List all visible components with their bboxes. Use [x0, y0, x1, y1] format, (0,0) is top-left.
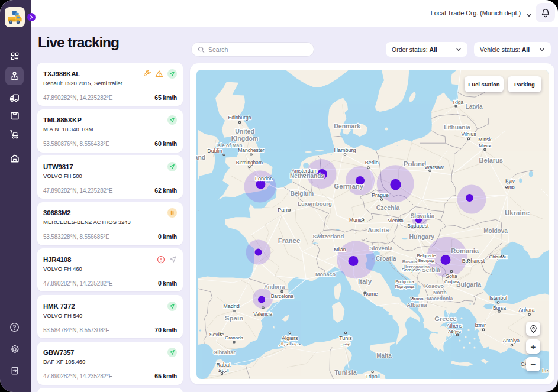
svg-text:Мінск: Мінск — [479, 143, 491, 148]
svg-text:Moldova: Moldova — [483, 228, 508, 234]
svg-text:Berlin: Berlin — [365, 160, 378, 166]
svg-text:Αθήνα: Αθήνα — [448, 329, 461, 334]
svg-text:Hungary: Hungary — [409, 233, 434, 240]
svg-text:Istanbul: Istanbul — [489, 295, 507, 301]
svg-text:United: United — [235, 128, 254, 135]
svg-text:Czechia: Czechia — [376, 204, 399, 211]
svg-text:Milan: Milan — [334, 247, 346, 252]
svg-text:Paris: Paris — [278, 207, 290, 213]
svg-text:North: North — [433, 290, 447, 296]
svg-text:Bulgaria: Bulgaria — [456, 281, 480, 288]
svg-text:Manchester: Manchester — [238, 147, 265, 153]
svg-text:Macedonia: Macedonia — [427, 296, 453, 302]
svg-text:مدينة الجزائر: مدينة الجزائر — [278, 342, 301, 346]
svg-text:France: France — [278, 237, 300, 244]
svg-text:London: London — [254, 176, 272, 182]
svg-text:Birmingham: Birmingham — [236, 160, 262, 166]
svg-text:Athens: Athens — [446, 323, 462, 329]
svg-text:Algiers: Algiers — [282, 335, 298, 341]
svg-text:Slovakia: Slovakia — [410, 213, 434, 219]
svg-text:Prague: Prague — [372, 192, 389, 198]
svg-text:Valencia: Valencia — [253, 311, 272, 317]
svg-text:Slovenia: Slovenia — [369, 245, 393, 251]
svg-text:Podgorica: Podgorica — [395, 280, 414, 284]
svg-text:Bursa: Bursa — [492, 305, 505, 311]
svg-text:Rabat: Rabat — [216, 362, 231, 368]
svg-text:Sofia: Sofia — [446, 273, 457, 279]
svg-text:تونس: تونس — [340, 342, 350, 346]
svg-text:Ankara: Ankara — [518, 307, 534, 313]
svg-text:Latvia: Latvia — [465, 103, 482, 110]
svg-text:Poland: Poland — [403, 160, 425, 167]
svg-text:Albania: Albania — [407, 302, 427, 308]
svg-text:Germany: Germany — [334, 183, 363, 190]
svg-text:Izmir: Izmir — [475, 322, 486, 328]
svg-text:Tunis: Tunis — [339, 335, 352, 341]
svg-text:Gibraltar: Gibraltar — [213, 349, 236, 355]
svg-text:Hamburg: Hamburg — [334, 147, 356, 153]
svg-text:Bucharest: Bucharest — [462, 258, 485, 264]
svg-text:Romania: Romania — [451, 247, 479, 254]
svg-text:Riga: Riga — [453, 99, 463, 105]
svg-text:Подгорица: Подгорица — [395, 284, 414, 289]
svg-text:Croatia: Croatia — [376, 255, 396, 262]
svg-text:Ireland: Ireland — [196, 154, 205, 161]
svg-text:Tripoli: Tripoli — [365, 374, 379, 380]
svg-text:Malta: Malta — [376, 352, 392, 359]
svg-text:Lea: Lea — [542, 367, 549, 374]
svg-text:Antalya: Antalya — [502, 338, 520, 344]
svg-text:Spain: Spain — [224, 315, 243, 322]
svg-text:Austria: Austria — [367, 226, 389, 234]
svg-text:Sarajevo: Sarajevo — [401, 267, 420, 273]
svg-text:Kosovo: Kosovo — [424, 283, 444, 289]
svg-text:Chișinău: Chișinău — [489, 254, 507, 260]
svg-text:Tunisia: Tunisia — [334, 369, 357, 376]
svg-text:Belarus: Belarus — [479, 157, 502, 164]
svg-text:Београд: Београд — [418, 258, 434, 263]
svg-text:Kingdom: Kingdom — [231, 135, 258, 142]
svg-text:Monaco: Monaco — [315, 271, 336, 277]
svg-text:Vilnius: Vilnius — [461, 131, 476, 137]
svg-text:Italy: Italy — [358, 278, 372, 285]
svg-text:Budapest: Budapest — [407, 223, 429, 229]
svg-text:Edinburgh: Edinburgh — [228, 115, 251, 121]
svg-text:Luxembourg: Luxembourg — [298, 200, 332, 207]
svg-text:Warsaw: Warsaw — [424, 164, 444, 170]
svg-text:София: София — [444, 279, 458, 284]
svg-text:Andorra: Andorra — [264, 284, 285, 290]
svg-text:Greece: Greece — [434, 315, 456, 322]
svg-text:Amsterdam: Amsterdam — [291, 168, 317, 174]
svg-text:Kyiv: Kyiv — [505, 178, 515, 184]
svg-text:الرباط: الرباط — [218, 368, 229, 373]
svg-text:Ukraine: Ukraine — [504, 209, 529, 216]
svg-text:Minsk: Minsk — [478, 137, 492, 142]
svg-text:Dublin: Dublin — [207, 148, 222, 154]
svg-text:Barcelona: Barcelona — [270, 293, 293, 299]
svg-text:Belgrade: Belgrade — [417, 253, 436, 258]
svg-text:Madrid: Madrid — [223, 303, 240, 309]
svg-text:Denmark: Denmark — [334, 122, 360, 129]
svg-text:Lithuania: Lithuania — [444, 124, 470, 131]
svg-text:Belgium: Belgium — [290, 190, 314, 197]
svg-text:Granada: Granada — [224, 335, 243, 341]
svg-text:Switzerland: Switzerland — [312, 233, 344, 239]
